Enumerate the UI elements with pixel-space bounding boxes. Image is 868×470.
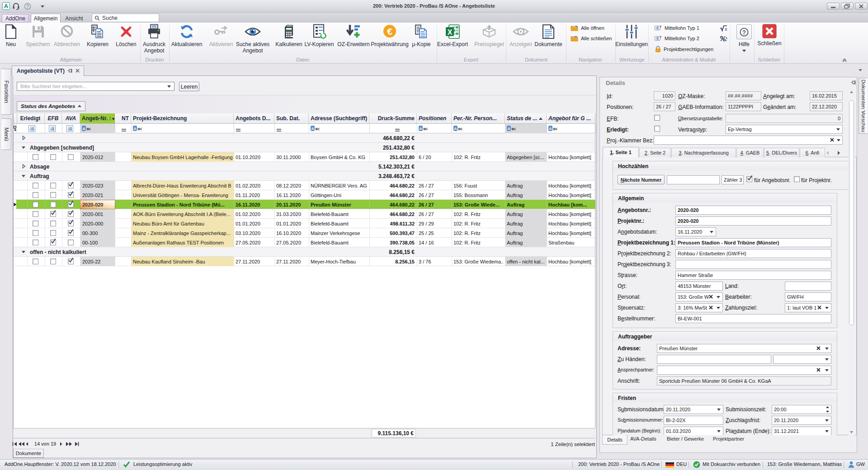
svg-text:A: A <box>507 127 510 131</box>
svg-text:BC: BC <box>458 127 463 131</box>
svg-text:€: € <box>387 26 392 37</box>
svg-text:?: ? <box>742 29 745 35</box>
svg-text:A: A <box>133 127 137 131</box>
svg-text:BC: BC <box>424 127 428 131</box>
svg-text:€: € <box>656 36 659 41</box>
svg-text:A: A <box>311 127 314 131</box>
svg-text:BC: BC <box>512 127 516 131</box>
svg-text:x: x <box>725 27 727 32</box>
svg-text:A: A <box>454 127 457 131</box>
svg-text:A: A <box>82 127 85 131</box>
svg-text:X: X <box>448 28 453 36</box>
svg-text:BC: BC <box>316 127 320 131</box>
svg-text:BC: BC <box>87 127 91 131</box>
svg-text:BC: BC <box>553 127 558 131</box>
svg-text:A: A <box>549 127 552 131</box>
svg-text:BC: BC <box>138 127 142 131</box>
svg-text:€: € <box>656 26 659 30</box>
svg-text:A: A <box>419 127 422 131</box>
